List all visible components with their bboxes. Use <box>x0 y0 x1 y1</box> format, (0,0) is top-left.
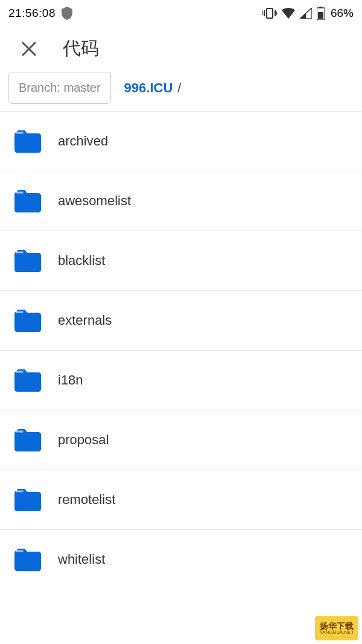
battery-icon <box>317 7 325 20</box>
svg-rect-10 <box>16 132 24 134</box>
folder-icon <box>14 130 41 153</box>
folder-icon <box>14 488 41 511</box>
file-name: blacklist <box>58 253 105 269</box>
file-name: proposal <box>58 432 109 448</box>
vibrate-icon <box>262 7 277 19</box>
folder-icon <box>14 369 41 392</box>
file-name: awesomelist <box>58 193 131 209</box>
breadcrumb-repo[interactable]: 996.ICU <box>124 80 173 96</box>
svg-rect-16 <box>16 491 24 493</box>
file-name: whitelist <box>58 552 105 567</box>
nav-bar: Branch: master 996.ICU / <box>0 72 362 112</box>
status-right: 66% <box>262 7 354 20</box>
breadcrumb: 996.ICU / <box>124 80 182 96</box>
status-bar: 21:56:08 66% <box>0 0 362 24</box>
svg-rect-15 <box>16 431 24 433</box>
shield-icon <box>62 7 72 20</box>
wifi-icon <box>282 8 295 19</box>
page-title: 代码 <box>63 36 99 61</box>
file-name: i18n <box>58 372 83 388</box>
folder-item[interactable]: externals <box>0 291 362 351</box>
folder-item[interactable]: proposal <box>0 410 362 470</box>
file-list: archived awesomelist blacklist externals… <box>0 112 362 589</box>
folder-icon <box>14 548 41 571</box>
watermark-url: YANGHUA.NET <box>319 630 354 635</box>
battery-text: 66% <box>331 7 354 20</box>
close-icon <box>21 41 37 57</box>
branch-selector[interactable]: Branch: master <box>8 72 111 104</box>
folder-item[interactable]: archived <box>0 112 362 171</box>
status-time: 21:56:08 <box>8 7 56 20</box>
svg-rect-7 <box>318 12 323 19</box>
svg-rect-12 <box>16 252 24 253</box>
file-name: archived <box>58 133 108 149</box>
svg-rect-13 <box>16 311 24 313</box>
close-button[interactable] <box>17 37 41 61</box>
svg-rect-14 <box>16 371 24 373</box>
folder-icon <box>14 309 41 332</box>
app-header: 代码 <box>0 24 362 72</box>
watermark: 扬华下载 YANGHUA.NET <box>315 616 358 640</box>
folder-item[interactable]: whitelist <box>0 530 362 589</box>
folder-item[interactable]: i18n <box>0 351 362 410</box>
svg-rect-17 <box>16 550 24 552</box>
svg-rect-0 <box>267 8 273 18</box>
folder-item[interactable]: blacklist <box>0 231 362 291</box>
status-left: 21:56:08 <box>8 7 72 20</box>
folder-item[interactable]: remotelist <box>0 470 362 530</box>
signal-icon <box>300 8 312 19</box>
breadcrumb-separator: / <box>177 80 181 96</box>
folder-item[interactable]: awesomelist <box>0 171 362 231</box>
file-name: remotelist <box>58 492 115 508</box>
watermark-title: 扬华下载 <box>320 622 354 630</box>
folder-icon <box>14 429 41 451</box>
file-name: externals <box>58 313 112 328</box>
svg-rect-11 <box>16 192 24 194</box>
folder-icon <box>14 190 41 212</box>
folder-icon <box>14 249 41 272</box>
